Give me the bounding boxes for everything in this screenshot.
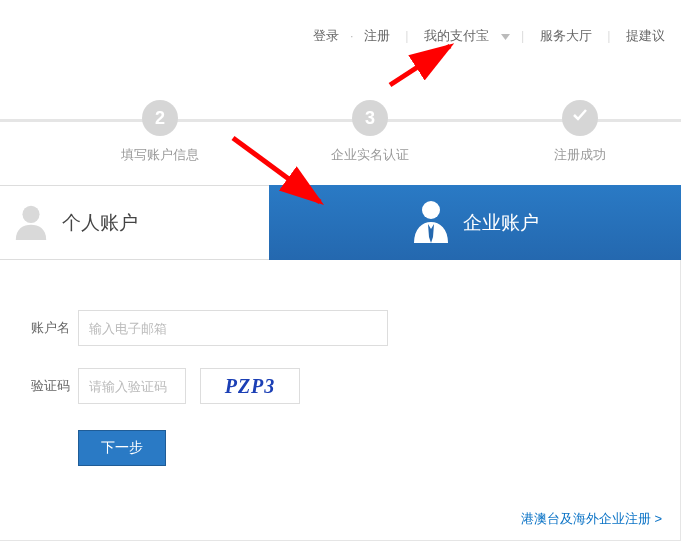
account-type-tabs: 个人账户 企业账户 [0,185,681,260]
my-alipay-link[interactable]: 我的支付宝 [424,29,489,43]
captcha-label: 验证码 [20,377,70,395]
svg-point-2 [422,201,440,219]
svg-point-1 [22,206,39,223]
service-hall-link[interactable]: 服务大厅 [540,29,592,43]
business-person-icon [411,199,451,246]
chevron-down-icon [501,29,510,43]
step-label: 注册成功 [530,146,630,164]
step-label: 企业实名认证 [320,146,420,164]
step-circle: 2 [142,100,178,136]
tab-personal-account[interactable]: 个人账户 [0,185,269,260]
captcha-image[interactable]: PZP3 [200,368,300,404]
annotation-arrow [380,40,470,90]
person-icon [12,202,50,243]
captcha-row: 验证码 PZP3 [20,368,680,404]
account-row: 账户名 [20,310,680,346]
account-label: 账户名 [20,319,70,337]
separator: · [350,29,353,43]
separator: | [521,29,524,43]
tab-corporate-account[interactable]: 企业账户 [269,185,681,260]
step-3: 3 企业实名认证 [320,100,420,164]
tab-corporate-label: 企业账户 [463,210,539,236]
captcha-input[interactable] [78,368,186,404]
tab-personal-label: 个人账户 [62,210,138,236]
step-2: 2 填写账户信息 [110,100,210,164]
account-email-input[interactable] [78,310,388,346]
check-icon [571,100,589,136]
step-4: 注册成功 [530,100,630,164]
next-step-button[interactable]: 下一步 [78,430,166,466]
register-link[interactable]: 注册 [364,29,390,43]
progress-steps: 2 填写账户信息 3 企业实名认证 注册成功 [0,100,681,170]
suggest-link[interactable]: 提建议 [626,29,665,43]
step-circle [562,100,598,136]
step-circle: 3 [352,100,388,136]
svg-marker-0 [501,34,510,40]
svg-line-3 [390,46,450,85]
step-label: 填写账户信息 [110,146,210,164]
login-link[interactable]: 登录 [313,29,339,43]
separator: | [607,29,610,43]
separator: | [405,29,408,43]
top-nav: 登录 · 注册 | 我的支付宝 | 服务大厅 | 提建议 [309,28,669,45]
overseas-register-link[interactable]: 港澳台及海外企业注册 > [521,510,662,528]
registration-form: 账户名 验证码 PZP3 下一步 港澳台及海外企业注册 > [0,260,681,541]
